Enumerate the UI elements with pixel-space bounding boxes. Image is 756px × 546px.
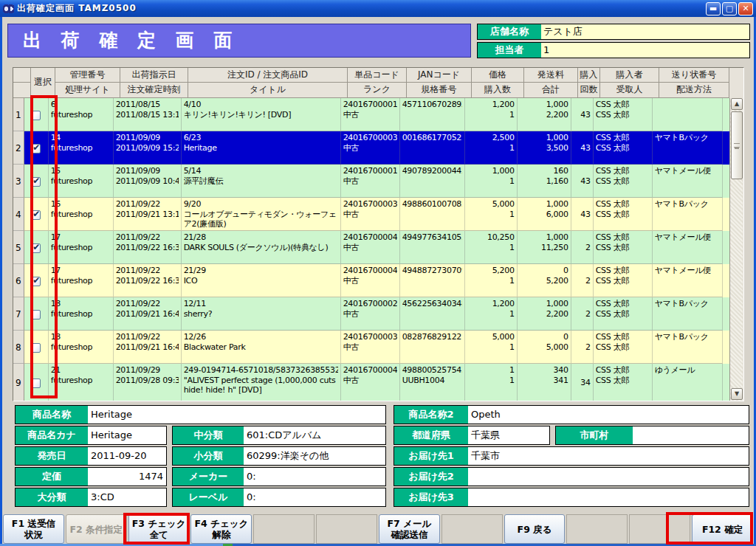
cell-item-code: 240167000037中古 [341, 131, 400, 165]
header-purchase-times: 購入回数 [578, 68, 600, 98]
cell-delivery: ヤマトBパック [653, 131, 723, 165]
row-number: 8 [13, 331, 24, 364]
table-row[interactable]: 5 17futureshop 2011/09/222011/09/22 16:3… [13, 231, 729, 264]
form-value[interactable] [468, 488, 749, 506]
form-value[interactable]: Opeth [468, 406, 749, 424]
table-row[interactable]: 6 17futureshop 2011/09/222011/09/22 16:3… [13, 264, 729, 297]
table-row[interactable]: 4 16futureshop 2011/09/222011/09/21 13:1… [13, 198, 729, 231]
row-number: 7 [13, 297, 24, 331]
form-value[interactable]: Heritage [88, 406, 385, 424]
row-select-cell[interactable] [24, 231, 49, 264]
cell-times: 43 [571, 131, 594, 165]
form-value[interactable]: 0: [244, 488, 385, 506]
row-select-cell[interactable] [24, 264, 49, 297]
cell-delivery: ヤマトメール便 [653, 231, 723, 264]
form-field: お届け先1千葉市 [394, 446, 749, 466]
cell-delivery: ヤマトメール便 [653, 165, 723, 198]
cell-order-title: 21/29ICO [182, 264, 341, 297]
cell-buyer: CSS 太郎CSS 太郎 [594, 131, 653, 165]
row-select-cell[interactable] [24, 364, 49, 401]
f12-button[interactable]: F12 確定 [692, 514, 753, 544]
row-number: 5 [13, 231, 24, 264]
form-value[interactable] [633, 426, 749, 444]
row-select-cell[interactable] [24, 331, 49, 364]
form-field: メーカー0: [172, 467, 386, 486]
form-value[interactable]: 千葉県 [468, 426, 549, 444]
cell-order-title: 249-0194714-6571018/58373263855326"ALIVE… [182, 364, 341, 401]
empty-function-slot [441, 514, 503, 544]
form-label: 商品名称2 [394, 406, 468, 424]
scroll-up-icon[interactable]: ▲ [731, 98, 743, 110]
cell-delivery: ゆうメール [653, 364, 723, 401]
cell-item-code: 240167000038中古 [341, 331, 400, 364]
form-value[interactable]: 0: [244, 468, 385, 485]
form-value[interactable]: Heritage [88, 426, 166, 444]
row-select-cell[interactable] [24, 297, 49, 331]
scrollbar-thumb[interactable] [731, 111, 743, 179]
form-row: 定価1474メーカー0: [15, 467, 386, 486]
cell-jan: 4988601007085 [400, 198, 465, 231]
form-row: お届け先1千葉市 [394, 446, 749, 466]
table-row[interactable]: 2 14futureshop 2011/09/092011/09/09 15:2… [13, 131, 729, 165]
cell-jan: 0828768291221 [400, 331, 465, 364]
form-value[interactable]: 60299:洋楽その他 [244, 447, 385, 465]
form-field: 都道府県千葉県 [394, 426, 550, 445]
title-bar: 出荷確定画面 TAMZ0500 ▬ ▢ ✕ [0, 0, 756, 17]
form-field: 定価1474 [15, 467, 167, 486]
row-checkbox[interactable] [31, 343, 41, 353]
table-row[interactable]: 3 15futureshop 2011/09/092011/09/09 10:4… [13, 165, 729, 198]
header-tracking-no: 送り状番号配送方法 [659, 68, 729, 98]
f4-button[interactable]: F4 チェック解除 [190, 514, 252, 544]
row-select-cell[interactable] [24, 98, 49, 131]
cell-fee-total: 1,0006,000 [518, 198, 571, 231]
f3-button[interactable]: F3 チェック全て [128, 514, 190, 544]
row-checkbox[interactable] [31, 310, 41, 319]
form-value[interactable]: 601:CDアルバム [244, 426, 385, 444]
row-select-cell[interactable] [24, 198, 49, 231]
form-label: 商品名称 [16, 406, 88, 424]
table-row[interactable]: 7 18futureshop 2011/09/222011/09/21 16:4… [13, 297, 729, 331]
staff-value[interactable]: 1 [541, 43, 749, 58]
form-value[interactable] [468, 468, 749, 485]
f1-button[interactable]: F1 送受信 状況 [3, 514, 64, 544]
app-icon [3, 4, 14, 14]
vertical-scrollbar[interactable]: ▲ ▼ [729, 98, 743, 401]
form-field: 中分類601:CDアルバム [172, 426, 386, 445]
cell-dates: 2011/09/222011/09/22 16:32 [114, 231, 182, 264]
row-checkbox[interactable] [31, 177, 41, 187]
form-value[interactable]: 千葉市 [468, 447, 749, 465]
f9-button[interactable]: F9 戻る [504, 514, 566, 544]
cell-mgmt: 17futureshop [49, 231, 114, 264]
row-checkbox[interactable] [31, 243, 41, 253]
cell-buyer: CSS 太郎CSS 太郎 [594, 165, 653, 198]
cell-item-code: 240167000017中古 [341, 98, 400, 131]
cell-price: 11 [465, 364, 518, 401]
minimize-button[interactable]: ▬ [706, 2, 721, 15]
table-body: 1 6futureshop 2011/08/152011/08/15 13:11… [13, 98, 729, 401]
form-value[interactable]: 3:CD [88, 488, 166, 506]
row-select-cell[interactable] [24, 131, 49, 165]
row-select-cell[interactable] [24, 165, 49, 198]
form-value[interactable]: 2011-09-20 [88, 447, 166, 465]
cell-delivery: ヤマトBパック [653, 297, 723, 331]
f7-button[interactable]: F7 メール 確認送信 [379, 514, 440, 544]
cell-price: 2,5001 [465, 131, 518, 165]
function-key-bar: F1 送受信 状況F2 条件指定F3 チェック全てF4 チェック解除F7 メール… [3, 514, 753, 544]
form-value[interactable]: 1474 [88, 468, 166, 485]
maximize-button[interactable]: ▢ [722, 2, 737, 15]
close-button[interactable]: ✕ [738, 2, 753, 15]
store-name-value[interactable]: テスト店 [541, 24, 749, 39]
f2-button: F2 条件指定 [66, 514, 127, 544]
row-checkbox[interactable] [31, 277, 41, 286]
row-checkbox[interactable] [31, 144, 41, 153]
table-row[interactable]: 1 6futureshop 2011/08/152011/08/15 13:11… [13, 98, 729, 131]
scroll-down-icon[interactable]: ▼ [731, 388, 743, 400]
row-checkbox[interactable] [31, 210, 41, 220]
row-checkbox[interactable] [31, 379, 41, 388]
table-row[interactable]: 8 18futureshop 2011/09/222011/09/21 16:4… [13, 331, 729, 364]
table-row[interactable]: 9 21futureshop 2011/09/292011/09/28 09:3… [13, 364, 729, 401]
cell-fee-total: 1,00011,250 [518, 231, 571, 264]
cell-price: 5,2001 [465, 264, 518, 297]
row-number: 3 [13, 165, 24, 198]
row-checkbox[interactable] [31, 111, 41, 120]
